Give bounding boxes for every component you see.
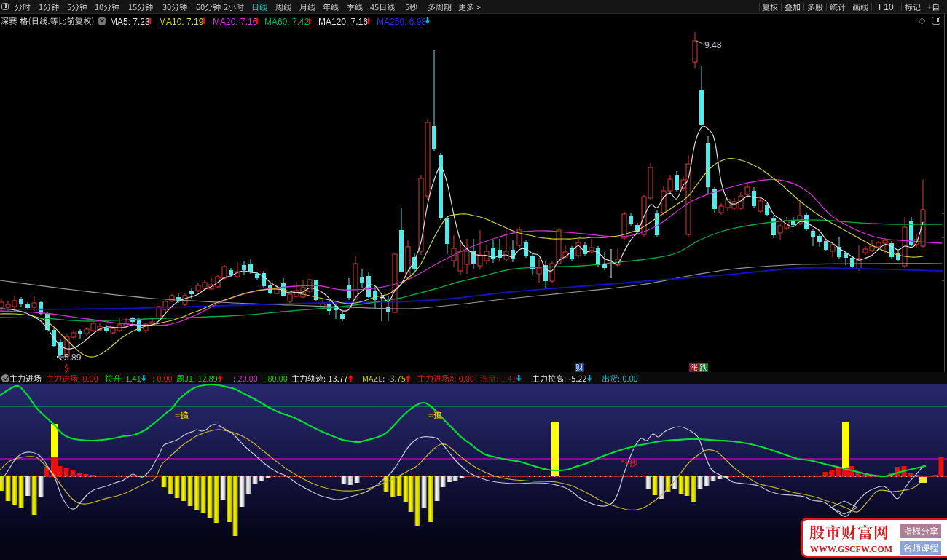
svg-text:5.89: 5.89 [64, 352, 82, 363]
svg-text:9.48: 9.48 [704, 40, 722, 50]
